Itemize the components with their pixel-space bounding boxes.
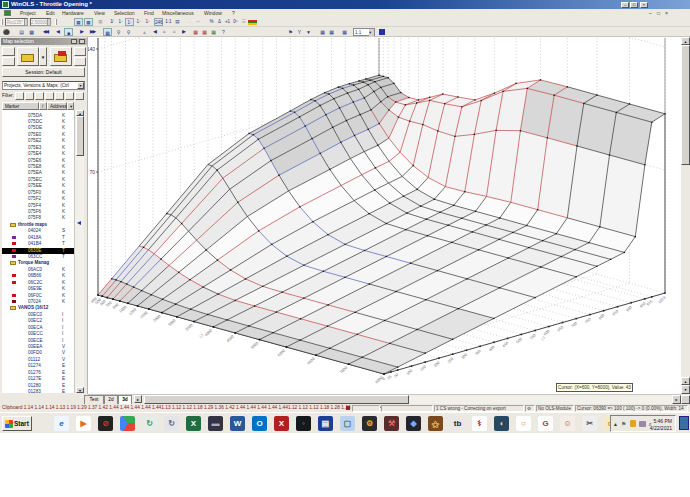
- svg-text:140: 140: [88, 46, 95, 52]
- svg-text:70: 70: [89, 169, 95, 175]
